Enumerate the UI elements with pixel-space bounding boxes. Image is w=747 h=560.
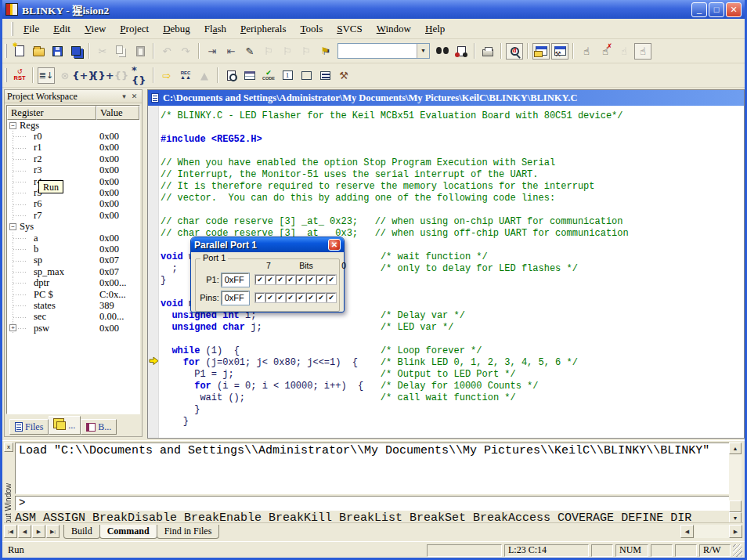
bit-checkbox[interactable]: ✔ (327, 275, 336, 284)
hscroll-right-icon[interactable]: ▶ (729, 525, 742, 538)
register-row-r4[interactable]: r40x00 (7, 176, 139, 187)
dialog-title-bar[interactable]: Parallel Port 1 ✕ (191, 237, 344, 252)
tab-scroll-prev-icon[interactable]: ◀ (18, 525, 31, 538)
close-button[interactable]: ✕ (726, 2, 742, 17)
column-register[interactable]: Register (7, 106, 96, 120)
panel-close-icon[interactable]: ✕ (129, 92, 139, 102)
memory-window-button[interactable] (298, 67, 315, 84)
tab-scroll-last-icon[interactable]: ▶| (46, 525, 60, 538)
watch-window-button[interactable] (241, 67, 258, 84)
output-hscrollbar[interactable]: ◀ ▶ (680, 525, 743, 538)
pins-value-field[interactable]: 0xFF (222, 291, 249, 305)
disassembly-window-button[interactable] (222, 67, 240, 84)
output-tab-build[interactable]: Build (63, 525, 100, 539)
find-in-files-button[interactable] (453, 43, 470, 60)
maximize-button[interactable]: □ (709, 2, 724, 17)
tab-regs[interactable]: ... (49, 416, 81, 435)
indent-button[interactable]: ⇥ (204, 43, 221, 60)
bit-checkbox[interactable]: ✔ (265, 275, 275, 284)
tab-files[interactable]: Files (9, 419, 49, 435)
run-button[interactable]: ≣↓ (38, 67, 55, 84)
register-row-pc-[interactable]: PC $C:0x... (7, 289, 139, 300)
kill-breakpoints-button[interactable]: ☝ (597, 43, 614, 60)
toolbar-grip[interactable] (5, 68, 7, 82)
search-input[interactable] (338, 44, 417, 58)
bit-checkbox[interactable]: ✔ (276, 275, 285, 284)
tab-scroll-next-icon[interactable]: ▶ (32, 525, 45, 538)
enable-breakpoints-button[interactable]: ☝ (634, 43, 651, 60)
combo-dropdown-icon[interactable]: ▼ (417, 44, 429, 58)
scroll-up-icon[interactable]: ▲ (729, 443, 742, 454)
bit-checkbox[interactable]: ✔ (276, 293, 285, 302)
code-coverage-button[interactable]: ✔CODE (260, 67, 277, 84)
toolbox-button[interactable]: ⚒ (335, 67, 352, 84)
output-tab-find-in-files[interactable]: Find in Files (157, 525, 220, 539)
menu-view[interactable]: View (78, 20, 113, 38)
editor-title-bar[interactable]: C:\Documents and Settings\Administrator\… (148, 90, 744, 106)
menu-window[interactable]: Window (370, 20, 418, 38)
dialog-close-button[interactable]: ✕ (328, 239, 341, 251)
register-group-regs[interactable]: −Regs (7, 120, 139, 131)
target-options-button[interactable] (551, 43, 568, 60)
minimize-button[interactable]: _ (691, 2, 707, 17)
open-file-button[interactable] (30, 43, 47, 60)
output-tab-command[interactable]: Command (99, 525, 157, 539)
call-stack-button[interactable]: REC▲▲ (177, 67, 194, 84)
performance-analyzer-button[interactable] (316, 67, 334, 84)
register-row-r5[interactable]: r50x00 (7, 187, 139, 198)
register-row-psw[interactable]: +psw0x00 (7, 323, 139, 334)
search-combobox[interactable]: ▼ (337, 43, 430, 59)
register-row-sp[interactable]: sp0x07 (7, 255, 139, 266)
register-row-sec[interactable]: sec0.00... (7, 312, 139, 323)
bit-checkbox[interactable]: ✔ (306, 275, 316, 284)
hscroll-left-icon[interactable]: ◀ (680, 525, 694, 538)
register-row-states[interactable]: states389 (7, 300, 139, 311)
bit-checkbox[interactable]: ✔ (255, 293, 265, 302)
command-input[interactable]: > (15, 496, 734, 511)
run-to-cursor-button[interactable]: *{} (132, 67, 149, 84)
column-value[interactable]: Value (96, 106, 139, 120)
register-row-a[interactable]: a0x00 (7, 233, 139, 244)
outdent-button[interactable]: ⇤ (222, 43, 240, 60)
register-row-r0[interactable]: r00x00 (7, 131, 139, 142)
step-into-button[interactable]: {+} (75, 67, 92, 84)
bit-checkbox[interactable]: ✔ (316, 275, 326, 284)
tab-scroll-first-icon[interactable]: |◀ (4, 525, 17, 538)
bit-checkbox[interactable]: ✔ (286, 293, 295, 302)
register-row-r2[interactable]: r20x00 (7, 154, 139, 164)
bit-checkbox[interactable]: ✔ (306, 293, 316, 302)
reset-cpu-button[interactable]: ↺RST (11, 67, 28, 84)
save-all-button[interactable] (67, 43, 85, 60)
menu-svcs[interactable]: SVCS (330, 20, 370, 38)
menu-debug[interactable]: Debug (156, 20, 197, 38)
scroll-thumb[interactable] (729, 500, 742, 512)
parallel-port-dialog[interactable]: Parallel Port 1 ✕ Port 1 7 Bits 0 P1: 0x… (190, 237, 345, 313)
register-row-sp-max[interactable]: sp_max0x07 (7, 266, 139, 277)
print-button[interactable] (479, 43, 496, 60)
bit-checkbox[interactable]: ✔ (296, 275, 305, 284)
menu-edit[interactable]: Edit (46, 20, 78, 38)
find-pair-button[interactable]: ⚑ (316, 43, 334, 60)
project-workspace-header[interactable]: Project Workspace ▾ ✕ (5, 90, 142, 103)
project-window-button[interactable] (532, 43, 550, 60)
bit-checkbox[interactable]: ✔ (265, 293, 275, 302)
panel-menu-icon[interactable]: ▾ (119, 92, 129, 102)
bit-checkbox[interactable]: ✔ (255, 275, 265, 284)
output-close-button[interactable]: x (4, 443, 13, 452)
register-row-r3[interactable]: r30x00 (7, 165, 139, 176)
bit-checkbox[interactable]: ✔ (286, 275, 295, 284)
new-file-button[interactable] (11, 43, 28, 60)
toggle-bookmark-button[interactable]: ✎ (241, 43, 258, 60)
insert-breakpoint-button[interactable]: ☝ (578, 43, 595, 60)
register-row-b[interactable]: b0x00 (7, 244, 139, 255)
start-stop-debug-button[interactable] (506, 43, 523, 60)
menu-grip[interactable] (11, 22, 13, 36)
bit-checkbox[interactable]: ✔ (327, 293, 336, 302)
register-group-sys[interactable]: −Sys (7, 222, 139, 233)
output-vscrollbar[interactable]: ▲ ▼ (729, 443, 742, 524)
p1-value-field[interactable]: 0xFF (222, 273, 249, 287)
menu-help[interactable]: Help (418, 20, 452, 38)
title-bar[interactable]: BLINKY - 猩ision2 _ □ ✕ (2, 0, 745, 19)
menu-project[interactable]: Project (113, 20, 156, 38)
menu-file[interactable]: File (16, 20, 46, 38)
